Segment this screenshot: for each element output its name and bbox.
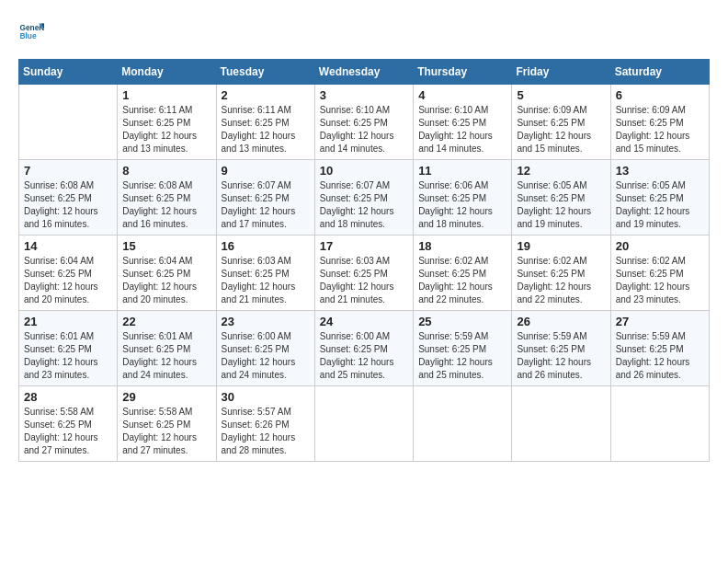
calendar-cell: 1Sunrise: 6:11 AM Sunset: 6:25 PM Daylig…: [118, 85, 216, 160]
day-number: 1: [122, 88, 210, 102]
day-info: Sunrise: 6:03 AM Sunset: 6:25 PM Dayligh…: [222, 255, 310, 306]
day-info: Sunrise: 6:09 AM Sunset: 6:25 PM Dayligh…: [517, 104, 605, 155]
day-number: 26: [517, 315, 605, 328]
calendar-cell: 22Sunrise: 6:01 AM Sunset: 6:25 PM Dayli…: [118, 311, 216, 386]
logo: General Blue: [18, 18, 44, 44]
calendar-cell: 15Sunrise: 6:04 AM Sunset: 6:25 PM Dayli…: [118, 236, 216, 311]
day-info: Sunrise: 6:05 AM Sunset: 6:25 PM Dayligh…: [517, 179, 605, 231]
day-info: Sunrise: 6:06 AM Sunset: 6:25 PM Dayligh…: [418, 179, 506, 231]
day-info: Sunrise: 5:57 AM Sunset: 6:26 PM Dayligh…: [222, 406, 310, 457]
day-info: Sunrise: 6:07 AM Sunset: 6:25 PM Dayligh…: [320, 179, 408, 231]
calendar-cell: [314, 386, 413, 462]
calendar-cell: 24Sunrise: 6:00 AM Sunset: 6:25 PM Dayli…: [314, 311, 413, 386]
calendar-cell: 3Sunrise: 6:10 AM Sunset: 6:25 PM Daylig…: [314, 85, 413, 160]
day-number: 8: [122, 164, 210, 178]
day-info: Sunrise: 6:01 AM Sunset: 6:25 PM Dayligh…: [122, 330, 210, 382]
calendar-cell: 4Sunrise: 6:10 AM Sunset: 6:25 PM Daylig…: [414, 85, 512, 160]
day-info: Sunrise: 6:04 AM Sunset: 6:25 PM Dayligh…: [122, 255, 210, 306]
day-info: Sunrise: 6:08 AM Sunset: 6:25 PM Dayligh…: [24, 179, 112, 231]
weekday-header-monday: Monday: [118, 60, 216, 85]
day-number: 5: [517, 88, 605, 102]
day-number: 2: [222, 88, 310, 102]
day-number: 29: [122, 390, 210, 404]
day-number: 25: [418, 315, 506, 328]
calendar-cell: 19Sunrise: 6:02 AM Sunset: 6:25 PM Dayli…: [512, 236, 610, 311]
day-number: 16: [222, 239, 310, 253]
calendar-cell: 20Sunrise: 6:02 AM Sunset: 6:25 PM Dayli…: [610, 236, 709, 311]
day-number: 6: [616, 88, 704, 102]
calendar-week-row: 14Sunrise: 6:04 AM Sunset: 6:25 PM Dayli…: [19, 236, 710, 311]
calendar-cell: 17Sunrise: 6:03 AM Sunset: 6:25 PM Dayli…: [314, 236, 413, 311]
calendar-cell: 18Sunrise: 6:02 AM Sunset: 6:25 PM Dayli…: [414, 236, 512, 311]
calendar-cell: 30Sunrise: 5:57 AM Sunset: 6:26 PM Dayli…: [216, 386, 314, 462]
calendar-cell: 23Sunrise: 6:00 AM Sunset: 6:25 PM Dayli…: [216, 311, 314, 386]
calendar-cell: 5Sunrise: 6:09 AM Sunset: 6:25 PM Daylig…: [512, 85, 610, 160]
day-info: Sunrise: 6:04 AM Sunset: 6:25 PM Dayligh…: [24, 255, 112, 306]
calendar-cell: [610, 386, 709, 462]
day-number: 19: [517, 239, 605, 253]
day-number: 4: [418, 88, 506, 102]
day-info: Sunrise: 6:00 AM Sunset: 6:25 PM Dayligh…: [320, 330, 408, 382]
calendar-cell: 16Sunrise: 6:03 AM Sunset: 6:25 PM Dayli…: [216, 236, 314, 311]
day-info: Sunrise: 6:10 AM Sunset: 6:25 PM Dayligh…: [418, 104, 506, 155]
day-number: 17: [320, 239, 408, 253]
page-header: General Blue: [18, 18, 710, 44]
calendar-cell: [512, 386, 610, 462]
calendar-cell: 9Sunrise: 6:07 AM Sunset: 6:25 PM Daylig…: [216, 160, 314, 236]
day-info: Sunrise: 5:59 AM Sunset: 6:25 PM Dayligh…: [517, 330, 605, 382]
calendar-week-row: 1Sunrise: 6:11 AM Sunset: 6:25 PM Daylig…: [19, 85, 710, 160]
day-number: 7: [24, 164, 112, 178]
calendar-cell: 29Sunrise: 5:58 AM Sunset: 6:25 PM Dayli…: [118, 386, 216, 462]
day-number: 3: [320, 88, 408, 102]
day-number: 23: [222, 315, 310, 328]
day-info: Sunrise: 6:10 AM Sunset: 6:25 PM Dayligh…: [320, 104, 408, 155]
calendar-cell: 6Sunrise: 6:09 AM Sunset: 6:25 PM Daylig…: [610, 85, 709, 160]
calendar-cell: 27Sunrise: 5:59 AM Sunset: 6:25 PM Dayli…: [610, 311, 709, 386]
day-info: Sunrise: 6:01 AM Sunset: 6:25 PM Dayligh…: [24, 330, 112, 382]
day-info: Sunrise: 6:07 AM Sunset: 6:25 PM Dayligh…: [222, 179, 310, 231]
calendar-cell: [414, 386, 512, 462]
day-number: 15: [122, 239, 210, 253]
calendar-cell: 28Sunrise: 5:58 AM Sunset: 6:25 PM Dayli…: [19, 386, 118, 462]
day-number: 24: [320, 315, 408, 328]
calendar-cell: [19, 85, 118, 160]
day-number: 12: [517, 164, 605, 178]
svg-text:Blue: Blue: [19, 31, 36, 40]
day-number: 13: [616, 164, 704, 178]
day-number: 18: [418, 239, 506, 253]
weekday-header-saturday: Saturday: [610, 60, 709, 85]
day-number: 14: [24, 239, 112, 253]
calendar-week-row: 28Sunrise: 5:58 AM Sunset: 6:25 PM Dayli…: [19, 386, 710, 462]
calendar-cell: 10Sunrise: 6:07 AM Sunset: 6:25 PM Dayli…: [314, 160, 413, 236]
calendar-cell: 12Sunrise: 6:05 AM Sunset: 6:25 PM Dayli…: [512, 160, 610, 236]
day-number: 20: [616, 239, 704, 253]
day-info: Sunrise: 6:11 AM Sunset: 6:25 PM Dayligh…: [122, 104, 210, 155]
calendar-cell: 26Sunrise: 5:59 AM Sunset: 6:25 PM Dayli…: [512, 311, 610, 386]
weekday-header-thursday: Thursday: [414, 60, 512, 85]
day-info: Sunrise: 6:02 AM Sunset: 6:25 PM Dayligh…: [616, 255, 704, 306]
day-info: Sunrise: 6:09 AM Sunset: 6:25 PM Dayligh…: [616, 104, 704, 155]
weekday-header-friday: Friday: [512, 60, 610, 85]
calendar-cell: 7Sunrise: 6:08 AM Sunset: 6:25 PM Daylig…: [19, 160, 118, 236]
day-info: Sunrise: 6:02 AM Sunset: 6:25 PM Dayligh…: [517, 255, 605, 306]
calendar-week-row: 21Sunrise: 6:01 AM Sunset: 6:25 PM Dayli…: [19, 311, 710, 386]
day-number: 27: [616, 315, 704, 328]
day-info: Sunrise: 6:11 AM Sunset: 6:25 PM Dayligh…: [222, 104, 310, 155]
logo-icon: General Blue: [18, 18, 44, 44]
day-info: Sunrise: 5:59 AM Sunset: 6:25 PM Dayligh…: [616, 330, 704, 382]
weekday-header-wednesday: Wednesday: [314, 60, 413, 85]
calendar-cell: 8Sunrise: 6:08 AM Sunset: 6:25 PM Daylig…: [118, 160, 216, 236]
day-number: 11: [418, 164, 506, 178]
day-number: 9: [222, 164, 310, 178]
day-number: 21: [24, 315, 112, 328]
day-info: Sunrise: 5:58 AM Sunset: 6:25 PM Dayligh…: [24, 406, 112, 457]
calendar-cell: 14Sunrise: 6:04 AM Sunset: 6:25 PM Dayli…: [19, 236, 118, 311]
calendar-cell: 25Sunrise: 5:59 AM Sunset: 6:25 PM Dayli…: [414, 311, 512, 386]
day-number: 28: [24, 390, 112, 404]
calendar-body: 1Sunrise: 6:11 AM Sunset: 6:25 PM Daylig…: [19, 85, 710, 462]
weekday-header-tuesday: Tuesday: [216, 60, 314, 85]
day-info: Sunrise: 6:05 AM Sunset: 6:25 PM Dayligh…: [616, 179, 704, 231]
day-info: Sunrise: 6:08 AM Sunset: 6:25 PM Dayligh…: [122, 179, 210, 231]
day-number: 22: [122, 315, 210, 328]
day-number: 10: [320, 164, 408, 178]
